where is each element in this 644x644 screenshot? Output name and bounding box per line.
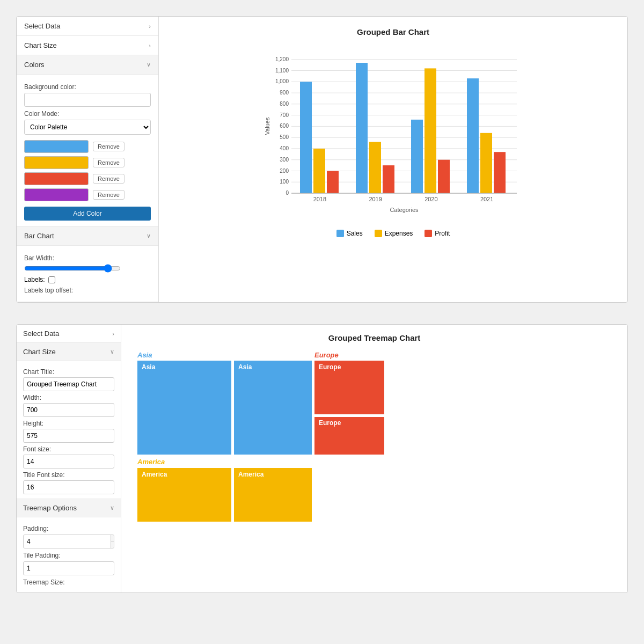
colors-section-content: Background color: Color Mode: Color Pale…	[17, 75, 158, 226]
bar-2021-profit	[494, 152, 506, 193]
color-row-yellow: Remove	[24, 156, 151, 169]
treemap-chart-title-input[interactable]	[23, 377, 114, 391]
bar-2020-profit	[438, 160, 450, 193]
svg-text:2019: 2019	[369, 196, 382, 202]
treemap-tile-padding-label: Tile Padding:	[23, 552, 114, 559]
svg-text:300: 300	[280, 157, 289, 163]
treemap-font-size-label: Font size:	[23, 445, 114, 453]
group-label-asia: Asia	[137, 351, 152, 359]
svg-text:600: 600	[280, 123, 289, 129]
color-swatch-blue[interactable]	[24, 140, 89, 153]
bar-2019-expenses	[369, 142, 381, 194]
colors-chevron-icon: ∨	[147, 61, 151, 68]
legend-label-sales: Sales	[347, 230, 363, 237]
treemap-tile-asia-1-label: Asia	[142, 363, 156, 371]
bar-chart-sidebar: Select Data › Chart Size › Colors ∨ Back…	[17, 17, 159, 302]
svg-text:2018: 2018	[313, 196, 326, 202]
treemap-chart-size-label: Chart Size	[23, 348, 56, 356]
legend-box-sales	[336, 230, 344, 237]
legend-label-profit: Profit	[435, 230, 450, 237]
color-swatch-yellow[interactable]	[24, 156, 89, 169]
treemap-sidebar: Select Data › Chart Size ∨ Chart Title: …	[17, 325, 121, 592]
x-axis-title: Categories	[390, 207, 419, 213]
bar-width-slider[interactable]	[24, 264, 121, 273]
treemap-svg: Asia Asia Asia Europe Europe Europe Amer…	[132, 349, 390, 531]
treemap-options-content: Padding: ▲ ▼ Tile Padding: Treemap Size:	[17, 517, 121, 592]
treemap-height-input[interactable]	[23, 429, 114, 443]
bg-color-input[interactable]	[24, 93, 151, 107]
treemap-select-data-label: Select Data	[23, 330, 59, 338]
treemap-title-font-size-label: Title Font size:	[23, 471, 114, 479]
treemap-options-label: Treemap Options	[23, 504, 77, 512]
remove-yellow-button[interactable]: Remove	[93, 158, 125, 167]
bar-chart-area: Grouped Bar Chart	[159, 17, 627, 302]
treemap-options-row[interactable]: Treemap Options ∨	[17, 499, 121, 517]
treemap-tile-america-1-label: America	[142, 471, 167, 478]
bar-2018-expenses	[313, 149, 325, 193]
treemap-panel: Select Data › Chart Size ∨ Chart Title: …	[16, 324, 628, 593]
bar-chart-svg: 0 100 200 300 400 500 600 700 800 900 1,…	[262, 43, 525, 225]
bar-chart-legend: Sales Expenses Profit	[172, 230, 614, 237]
x-axis-labels: 2018 2019 2020 2021	[313, 196, 493, 202]
treemap-chart-size-row[interactable]: Chart Size ∨	[17, 343, 121, 361]
legend-box-profit	[425, 230, 432, 237]
bar-chart-section-row[interactable]: Bar Chart ∨	[17, 226, 158, 246]
add-color-button[interactable]: Add Color	[24, 207, 151, 221]
bar-chart-svg-container: 0 100 200 300 400 500 600 700 800 900 1,…	[172, 43, 614, 225]
color-mode-label: Color Mode:	[24, 110, 151, 118]
treemap-padding-label: Padding:	[23, 525, 114, 532]
treemap-select-data-row[interactable]: Select Data ›	[17, 325, 121, 343]
treemap-tile-europe-2-label: Europe	[319, 419, 341, 427]
svg-text:100: 100	[280, 179, 289, 185]
treemap-chart-title: Grouped Treemap Chart	[132, 333, 617, 342]
chart-size-row[interactable]: Chart Size ›	[17, 36, 158, 55]
legend-item-sales: Sales	[336, 230, 363, 237]
bar-width-label: Bar Width:	[24, 254, 151, 262]
treemap-form-content: Chart Title: Width: Height: Font size: T…	[17, 361, 121, 499]
treemap-title-font-size-input[interactable]	[23, 480, 114, 494]
treemap-font-size-input[interactable]	[23, 455, 114, 469]
labels-top-offset-label: Labels top offset:	[24, 287, 151, 294]
color-mode-select[interactable]: Color Palette	[24, 120, 151, 135]
colors-label: Colors	[24, 61, 45, 69]
bar-chart-section-content: Bar Width: Labels: Labels top offset:	[17, 246, 158, 302]
svg-text:2020: 2020	[425, 196, 437, 202]
svg-text:1,100: 1,100	[275, 68, 288, 74]
treemap-tile-america-2-label: America	[238, 471, 264, 478]
bar-chart-chevron-icon: ∨	[147, 232, 151, 239]
legend-item-expenses: Expenses	[375, 230, 413, 237]
treemap-tile-asia-1[interactable]	[137, 361, 231, 455]
treemap-size-label: Treemap Size:	[23, 579, 114, 586]
labels-text: Labels:	[24, 276, 45, 283]
treemap-padding-down-button[interactable]: ▼	[111, 541, 114, 548]
svg-text:800: 800	[280, 101, 289, 107]
treemap-width-input[interactable]	[23, 403, 114, 417]
svg-text:1,200: 1,200	[275, 56, 288, 62]
bar-width-slider-row	[24, 264, 151, 273]
chart-size-label: Chart Size	[24, 41, 57, 49]
treemap-padding-spinners: ▲ ▼	[111, 535, 114, 548]
treemap-padding-up-button[interactable]: ▲	[111, 535, 114, 541]
bg-color-label: Background color:	[24, 83, 151, 91]
treemap-padding-input-row: ▲ ▼	[23, 535, 114, 548]
bar-chart-panel: Select Data › Chart Size › Colors ∨ Back…	[16, 16, 628, 303]
remove-blue-button[interactable]: Remove	[93, 142, 125, 151]
labels-checkbox[interactable]	[48, 276, 55, 283]
treemap-tile-padding-input[interactable]	[23, 561, 114, 575]
svg-text:2021: 2021	[480, 196, 493, 202]
color-row-red: Remove	[24, 172, 151, 185]
color-swatch-purple[interactable]	[24, 188, 89, 201]
remove-red-button[interactable]: Remove	[93, 174, 125, 184]
treemap-options-chevron-icon: ∨	[110, 504, 114, 511]
treemap-tile-asia-2[interactable]	[234, 361, 312, 455]
select-data-row[interactable]: Select Data ›	[17, 17, 158, 36]
color-swatches: Remove Remove Remove Remove	[24, 140, 151, 201]
bar-2019-profit	[383, 165, 394, 193]
legend-box-expenses	[375, 230, 382, 237]
color-swatch-red[interactable]	[24, 172, 89, 185]
remove-purple-button[interactable]: Remove	[93, 190, 125, 200]
treemap-padding-input[interactable]	[24, 538, 111, 545]
bar-2018-sales	[300, 82, 312, 193]
colors-row[interactable]: Colors ∨	[17, 55, 158, 75]
treemap-tile-europe-1-label: Europe	[319, 363, 341, 371]
